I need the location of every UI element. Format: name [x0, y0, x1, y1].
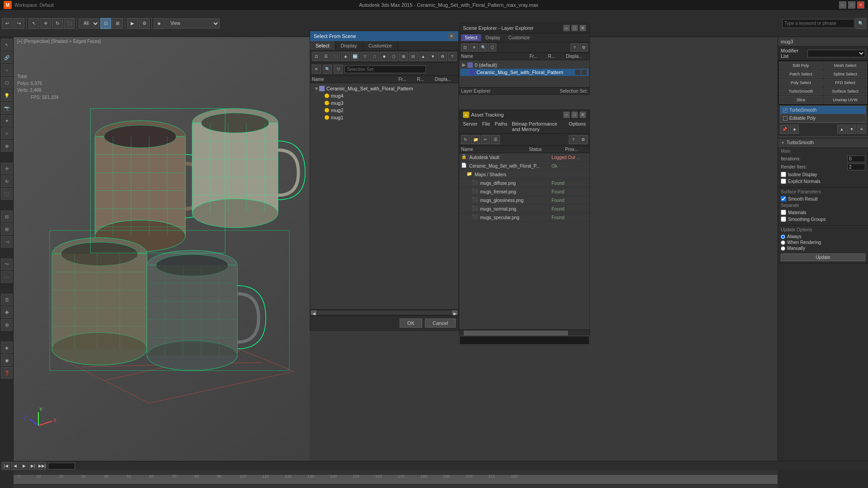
- timeline-ruler[interactable]: 0 10 20 30 40 50 60 70 80 90 100 110 120…: [14, 470, 778, 488]
- view-dropdown[interactable]: View: [165, 19, 220, 28]
- sidebar-scale-icon[interactable]: ⬛: [1, 188, 13, 200]
- sidebar-shapes-icon[interactable]: ⬡: [1, 77, 13, 89]
- sidebar-layer-icon[interactable]: ☰: [1, 294, 13, 305]
- tree-item-mug4[interactable]: mug4: [312, 92, 457, 99]
- exp-icon-btn1[interactable]: ⊡: [461, 43, 469, 52]
- sidebar-helpers-icon[interactable]: ✦: [1, 115, 13, 127]
- asset-options-btn[interactable]: ⚙: [579, 135, 588, 144]
- modifier-btn-edit-poly[interactable]: Edit Poly: [779, 61, 823, 70]
- asset-item-vault[interactable]: 🔒 Autodesk Vault Logged Out ...: [459, 153, 590, 162]
- invert-btn[interactable]: ⬡: [390, 52, 398, 61]
- menu-server[interactable]: Server: [463, 121, 477, 132]
- tree-item-root[interactable]: ▼ Ceramic_Mug_Set_with_Floral_Pattern: [312, 85, 457, 92]
- asset-path-input[interactable]: [459, 336, 590, 345]
- settings-btn[interactable]: ⚙: [438, 52, 447, 61]
- material-editor-button[interactable]: ◈: [154, 18, 165, 29]
- tab-select[interactable]: Select: [310, 41, 335, 50]
- asset-item-glossiness[interactable]: ⬛ mugs_glossiness.png Found: [459, 196, 590, 205]
- sidebar-extra2-icon[interactable]: ◉: [1, 354, 13, 366]
- search-button[interactable]: 🔍: [855, 18, 866, 29]
- horizontal-scrollbar[interactable]: ◄ ►: [310, 309, 458, 315]
- asset-strip-btn[interactable]: ✂: [481, 135, 490, 144]
- tab-customize[interactable]: Customize: [363, 41, 398, 50]
- move-button[interactable]: ✛: [40, 18, 51, 29]
- scroll-left-btn[interactable]: ◄: [311, 310, 316, 315]
- stack-down-btn[interactable]: ▼: [847, 125, 856, 134]
- menu-paths[interactable]: Paths: [495, 121, 507, 132]
- sidebar-systems-icon[interactable]: ⊕: [1, 140, 13, 152]
- stack-item-check[interactable]: ✓: [783, 108, 788, 113]
- scale-button[interactable]: ⬛: [64, 18, 75, 29]
- sidebar-move-icon[interactable]: ✛: [1, 163, 13, 174]
- explicit-normals-checkbox[interactable]: [781, 178, 786, 184]
- asset-item-normal[interactable]: ⬛ mugs_normal.png Found: [459, 205, 590, 213]
- sidebar-bone-icon[interactable]: ✤: [1, 306, 13, 318]
- sidebar-extra1-icon[interactable]: ◈: [1, 342, 13, 353]
- rotate-button[interactable]: ↻: [52, 18, 63, 29]
- explorer-tab-customize[interactable]: Customize: [505, 34, 533, 41]
- exp-icon-btn4[interactable]: ⬡: [488, 43, 496, 52]
- modifier-btn-surface-select[interactable]: Surface Select: [823, 87, 867, 95]
- help-btn[interactable]: ?: [448, 52, 457, 61]
- asset-item-specular[interactable]: ⬛ mugs_specular.png Found: [459, 213, 590, 222]
- sidebar-link-icon[interactable]: 🔗: [1, 52, 13, 63]
- ok-button[interactable]: OK: [400, 319, 422, 328]
- tree-item-mug1[interactable]: mug1: [312, 114, 457, 121]
- play-btn[interactable]: ▶: [20, 462, 28, 470]
- panel-close-btn[interactable]: ✕: [580, 25, 586, 31]
- exp-icon-btn2[interactable]: ✕: [470, 43, 478, 52]
- filter-btn[interactable]: ▽: [360, 52, 369, 61]
- render-button[interactable]: ▶: [127, 18, 138, 29]
- small-icon-btn[interactable]: ⬛: [331, 52, 340, 61]
- smoothing-groups-checkbox[interactable]: [781, 216, 786, 222]
- select-all-btn[interactable]: ■: [380, 52, 388, 61]
- panel-maximize-btn[interactable]: □: [571, 25, 578, 31]
- asset-item-frensel[interactable]: ⬛ mugs_frensel.png Found: [459, 188, 590, 196]
- exp-settings-btn[interactable]: ⚙: [580, 43, 588, 52]
- select-none-btn[interactable]: □: [370, 52, 379, 61]
- down-btn[interactable]: ▼: [429, 52, 437, 61]
- modifier-btn-turbosmooth[interactable]: TurboSmooth: [779, 87, 823, 95]
- tab-display[interactable]: Display: [335, 41, 363, 50]
- viewport-canvas[interactable]: X Y Z: [14, 37, 310, 461]
- asset-resolve-btn[interactable]: 📁: [471, 135, 480, 144]
- iterations-input[interactable]: [847, 155, 865, 162]
- asset-list-btn[interactable]: ☰: [491, 135, 500, 144]
- play-start-btn[interactable]: |◀: [2, 462, 10, 470]
- expand-btn[interactable]: ⊞: [399, 52, 408, 61]
- panel-minimize-btn[interactable]: ─: [563, 25, 570, 31]
- search-close-btn[interactable]: ✕: [312, 65, 321, 74]
- search-icon-btn[interactable]: 🔍: [323, 65, 332, 74]
- sidebar-rotate-icon[interactable]: ↻: [1, 175, 13, 187]
- prev-frame-btn[interactable]: ◀: [11, 462, 19, 470]
- materials-checkbox[interactable]: [781, 210, 786, 215]
- modifier-btn-slice[interactable]: Slice: [779, 96, 823, 104]
- frame-display[interactable]: 0 / 225: [48, 463, 75, 469]
- stack-item-check2[interactable]: [783, 116, 788, 121]
- explorer-tab-select[interactable]: Select: [461, 34, 481, 41]
- radio-manually-input[interactable]: [781, 246, 785, 251]
- maximize-button[interactable]: □: [848, 1, 855, 9]
- collapse-btn[interactable]: ⊟: [409, 52, 418, 61]
- exp-help-btn[interactable]: ?: [571, 43, 579, 52]
- close-button[interactable]: ✕: [857, 1, 864, 9]
- sidebar-camera-icon[interactable]: 📷: [1, 102, 13, 114]
- filter-dropdown[interactable]: All: [79, 19, 99, 28]
- snap-toggle-button[interactable]: ⊞: [112, 18, 123, 29]
- minimize-button[interactable]: ─: [839, 1, 846, 9]
- isoline-display-checkbox[interactable]: [781, 172, 786, 177]
- scroll-right-btn[interactable]: ►: [452, 310, 458, 315]
- sidebar-array-icon[interactable]: ⊞: [1, 223, 13, 235]
- search-input[interactable]: [782, 19, 854, 28]
- asset-refresh-btn[interactable]: ↻: [461, 135, 470, 144]
- next-frame-btn[interactable]: ▶|: [29, 462, 37, 470]
- play-end-btn[interactable]: ▶▶|: [38, 462, 46, 470]
- stack-delete-btn[interactable]: ✕: [857, 125, 866, 134]
- update-button[interactable]: Update: [781, 253, 865, 261]
- radio-always-input[interactable]: [781, 235, 785, 239]
- sidebar-spacewarps-icon[interactable]: ≈: [1, 127, 13, 139]
- asset-help-btn[interactable]: ?: [569, 135, 578, 144]
- asset-item-diffuse[interactable]: ⬛ mugs_diffuse.png Found: [459, 179, 590, 188]
- menu-file[interactable]: File: [482, 121, 490, 132]
- sidebar-curve-icon[interactable]: 〜: [1, 258, 13, 270]
